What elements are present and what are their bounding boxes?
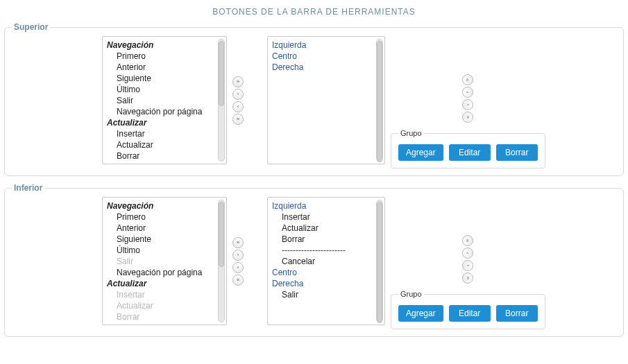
sort-arrows-top: » › › » (391, 54, 545, 123)
list-item[interactable]: Último (107, 84, 226, 95)
move-top-button[interactable]: » (462, 74, 473, 85)
list-item[interactable]: Cancelar (107, 162, 226, 164)
group-box-bottom-legend: Grupo (398, 290, 424, 298)
group-add-button[interactable]: Agregar (398, 305, 443, 322)
list-item[interactable]: Navegación por página (107, 267, 226, 278)
scrollbar-track[interactable] (218, 39, 225, 162)
move-right-button[interactable]: › (232, 250, 244, 261)
move-top-button[interactable]: » (462, 235, 473, 246)
move-all-right-button[interactable]: » (232, 76, 244, 87)
list-item[interactable]: Navegación por página (107, 106, 226, 117)
list-item[interactable]: Salir (107, 95, 226, 106)
group-box-bottom: Grupo Agregar Editar Borrar (391, 290, 545, 329)
list-section-header[interactable]: Centro (272, 267, 384, 278)
move-down-button[interactable]: › (462, 260, 473, 271)
group-edit-button[interactable]: Editar (449, 144, 491, 161)
list-item[interactable]: Cancelar (107, 322, 226, 325)
list-item[interactable]: Siguiente (107, 73, 226, 84)
list-item[interactable]: Borrar (107, 150, 226, 162)
sort-arrows-bottom: » › › » (391, 215, 545, 284)
list-item[interactable]: Actualizar (107, 139, 226, 150)
list-item[interactable]: Borrar (272, 234, 384, 245)
move-bottom-button[interactable]: » (462, 112, 473, 123)
selected-list-bottom[interactable]: IzquierdaInsertarActualizarBorrar-------… (267, 197, 385, 325)
list-item[interactable]: Salir (107, 256, 226, 267)
list-item[interactable]: Primero (107, 211, 226, 223)
panel-superior-legend: Superior (12, 22, 50, 32)
group-delete-button[interactable]: Borrar (496, 305, 538, 322)
panel-superior: Superior NavegaciónPrimeroAnteriorSiguie… (4, 22, 624, 176)
list-group-header[interactable]: Actualizar (107, 117, 226, 128)
scrollbar-track[interactable] (376, 39, 383, 162)
transfer-arrows-bottom: » › ‹ « (232, 197, 244, 325)
group-edit-button[interactable]: Editar (449, 305, 491, 322)
group-add-button[interactable]: Agregar (398, 144, 443, 161)
scrollbar-track[interactable] (376, 200, 383, 322)
move-left-button[interactable]: ‹ (232, 262, 244, 273)
list-item[interactable]: Anterior (107, 223, 226, 234)
list-item[interactable]: Siguiente (107, 234, 226, 245)
list-section-header[interactable]: Centro (272, 51, 384, 62)
list-item[interactable]: Insertar (107, 128, 226, 139)
scrollbar-thumb[interactable] (377, 202, 382, 323)
page-title: BOTONES DE LA BARRA DE HERRAMIENTAS (4, 4, 624, 22)
list-item[interactable]: Último (107, 245, 226, 256)
list-item[interactable]: Primero (107, 51, 226, 62)
list-section-header[interactable]: Derecha (272, 62, 384, 73)
list-group-header[interactable]: Navegación (107, 200, 226, 211)
transfer-arrows-top: » › ‹ « (232, 36, 244, 164)
panel-inferior: Inferior NavegaciónPrimeroAnteriorSiguie… (4, 183, 624, 337)
selected-list-top[interactable]: IzquierdaCentroDerecha (267, 36, 385, 164)
list-separator: ----------------------- (272, 245, 384, 256)
list-item[interactable]: Borrar (107, 311, 226, 322)
list-group-header[interactable]: Navegación (107, 40, 226, 51)
list-item[interactable]: Insertar (107, 289, 226, 300)
group-delete-button[interactable]: Borrar (496, 144, 538, 161)
scrollbar-thumb[interactable] (377, 41, 382, 162)
panel-inferior-legend: Inferior (12, 183, 44, 193)
move-up-button[interactable]: › (462, 248, 473, 259)
list-item[interactable]: Cancelar (272, 256, 384, 267)
list-section-header[interactable]: Izquierda (272, 40, 384, 51)
list-item[interactable]: Actualizar (107, 300, 226, 311)
list-item[interactable]: Salir (272, 289, 384, 300)
list-item[interactable]: Insertar (272, 211, 384, 223)
group-box-top: Grupo Agregar Editar Borrar (391, 129, 545, 168)
move-left-button[interactable]: ‹ (232, 101, 244, 112)
move-down-button[interactable]: › (462, 99, 473, 110)
scrollbar-track[interactable] (218, 200, 225, 322)
move-right-button[interactable]: › (232, 89, 244, 100)
group-box-top-legend: Grupo (398, 129, 424, 137)
move-all-left-button[interactable]: « (232, 275, 244, 286)
available-list-bottom[interactable]: NavegaciónPrimeroAnteriorSiguienteÚltimo… (102, 197, 227, 325)
list-item[interactable]: Actualizar (272, 223, 384, 234)
list-item[interactable]: Anterior (107, 62, 226, 73)
scrollbar-thumb[interactable] (219, 41, 224, 106)
scrollbar-thumb[interactable] (219, 202, 224, 267)
available-list-top[interactable]: NavegaciónPrimeroAnteriorSiguienteÚltimo… (102, 36, 227, 164)
list-section-header[interactable]: Derecha (272, 278, 384, 289)
move-up-button[interactable]: › (462, 87, 473, 98)
move-bottom-button[interactable]: » (462, 272, 473, 284)
list-section-header[interactable]: Izquierda (272, 200, 384, 211)
move-all-left-button[interactable]: « (232, 114, 244, 125)
list-group-header[interactable]: Actualizar (107, 278, 226, 289)
move-all-right-button[interactable]: » (232, 237, 244, 248)
